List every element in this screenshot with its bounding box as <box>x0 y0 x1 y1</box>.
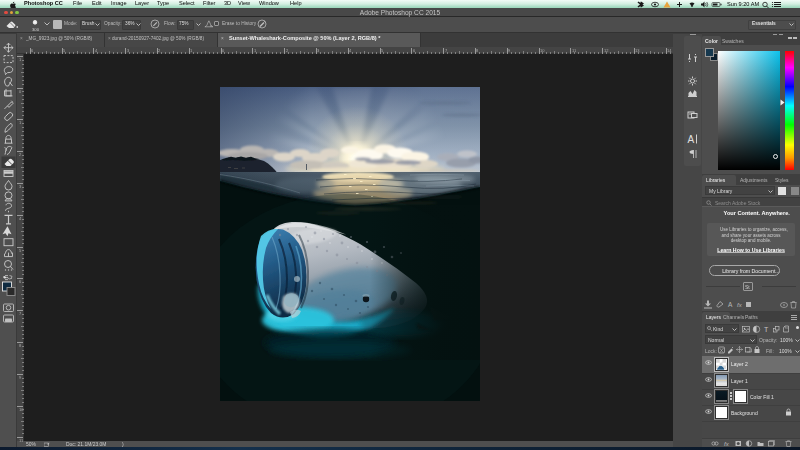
svg-text:fx: fx <box>737 302 743 308</box>
svg-text:T: T <box>764 326 769 333</box>
svg-text:fx: fx <box>724 440 730 446</box>
svg-text:A: A <box>728 301 733 308</box>
svg-text:A: A <box>688 134 695 145</box>
